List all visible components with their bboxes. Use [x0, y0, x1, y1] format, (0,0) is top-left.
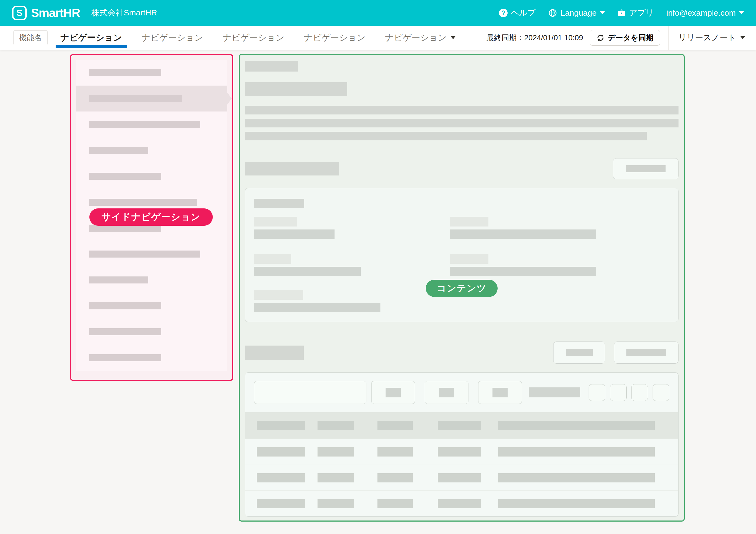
chevron-down-icon	[600, 11, 605, 14]
nav-tab-label: ナビゲーション	[223, 32, 284, 44]
header-actions: ? ヘルプ Language アプリ info@example.com	[499, 7, 744, 18]
field-skeleton	[254, 254, 450, 276]
sidebar-item-skeleton[interactable]	[76, 267, 227, 293]
table-filter-bar	[245, 373, 678, 412]
sidebar-item-label-skeleton	[89, 199, 197, 206]
sidebar-item-label-skeleton	[89, 69, 161, 76]
sidebar-item-skeleton[interactable]	[76, 86, 227, 112]
sync-button-label: データを同期	[608, 33, 654, 43]
help-link[interactable]: ? ヘルプ	[499, 7, 536, 18]
logo-letter: S	[16, 8, 23, 18]
table-section-header-row	[245, 341, 679, 364]
table-action-button[interactable]	[553, 341, 605, 364]
field-value-skeleton	[450, 267, 596, 276]
field-skeleton	[254, 290, 450, 312]
table-cell-skeleton	[377, 499, 413, 508]
nav-tab-3[interactable]: ナビゲーション	[218, 26, 289, 50]
sidebar-item-skeleton[interactable]	[76, 60, 227, 86]
nav-tab-2[interactable]: ナビゲーション	[137, 26, 208, 50]
table-cell-skeleton	[438, 499, 481, 508]
nav-tab-4[interactable]: ナビゲーション	[299, 26, 371, 50]
logo-text: SmartHR	[31, 6, 80, 20]
sidebar-item-skeleton[interactable]	[76, 163, 227, 189]
pagination-button[interactable]	[589, 384, 605, 401]
table-cell-skeleton	[498, 447, 655, 457]
pagination-button[interactable]	[653, 384, 669, 401]
release-notes-dropdown[interactable]: リリースノート	[668, 32, 745, 43]
smarthr-logo[interactable]: S SmartHR	[12, 6, 80, 20]
button-label-skeleton	[626, 165, 665, 172]
nav-tab-label: ナビゲーション	[142, 32, 203, 44]
help-icon: ?	[499, 9, 508, 17]
sidebar-item-skeleton[interactable]	[76, 319, 227, 345]
table-cell-skeleton	[498, 473, 655, 482]
select-value-skeleton	[439, 388, 454, 397]
apps-link[interactable]: アプリ	[617, 7, 654, 18]
table-row[interactable]	[245, 465, 678, 491]
apps-label: アプリ	[629, 7, 654, 18]
table-cell-skeleton	[377, 447, 413, 457]
sync-data-button[interactable]: データを同期	[590, 30, 661, 46]
content-region: コンテンツ	[239, 54, 685, 521]
language-dropdown[interactable]: Language	[548, 8, 605, 17]
sidebar-item-skeleton[interactable]	[76, 137, 227, 163]
pagination-button[interactable]	[610, 384, 627, 401]
table-cell-skeleton	[438, 473, 481, 482]
text-line-skeleton	[245, 119, 679, 127]
table-cell-skeleton	[257, 499, 305, 508]
page-title-skeleton	[245, 82, 347, 96]
field-label-skeleton	[450, 217, 488, 227]
table-header-row	[245, 412, 678, 439]
table-cell-skeleton	[438, 447, 481, 457]
sidebar-item-skeleton[interactable]	[76, 241, 227, 267]
nav-tab-label: ナビゲーション	[385, 32, 447, 44]
nav-tab-label: ナビゲーション	[304, 32, 366, 44]
search-input[interactable]	[254, 381, 366, 404]
field-value-skeleton	[254, 303, 380, 312]
sidebar-item-skeleton[interactable]	[76, 293, 227, 319]
sidebar-item-label-skeleton	[89, 354, 161, 361]
sidebar-item-skeleton[interactable]	[76, 345, 227, 371]
section-action-button[interactable]	[613, 158, 679, 179]
nav-tabs: ナビゲーション ナビゲーション ナビゲーション ナビゲーション ナビゲーション	[56, 26, 470, 50]
main-area: サイドナビゲーション	[0, 50, 756, 534]
breadcrumb-skeleton	[245, 61, 298, 71]
account-dropdown[interactable]: info@example.com	[666, 8, 744, 17]
filter-text-skeleton	[529, 387, 580, 397]
help-label: ヘルプ	[511, 7, 536, 18]
table-cell-skeleton	[257, 421, 305, 430]
sidebar-item-skeleton[interactable]	[76, 112, 227, 137]
filter-select[interactable]	[478, 381, 522, 404]
table-action-button[interactable]	[614, 341, 679, 364]
table-cell-skeleton	[257, 447, 305, 457]
select-value-skeleton	[386, 388, 401, 397]
table-row[interactable]	[245, 491, 678, 517]
table-cell-skeleton	[257, 473, 305, 482]
table-cell-skeleton	[317, 447, 354, 457]
sidebar-item-label-skeleton	[89, 328, 161, 335]
filter-select[interactable]	[425, 381, 469, 404]
filter-select[interactable]	[371, 381, 415, 404]
table-cell-skeleton	[498, 421, 655, 430]
pagination-controls	[589, 384, 669, 401]
table-row[interactable]	[245, 439, 678, 465]
language-label: Language	[560, 8, 596, 17]
nav-tab-5-dropdown[interactable]: ナビゲーション	[380, 26, 460, 50]
table-body	[245, 439, 678, 517]
nav-tab-1[interactable]: ナビゲーション	[56, 26, 127, 50]
table-card	[245, 372, 679, 517]
select-value-skeleton	[493, 388, 508, 397]
side-navigation-annotation-badge: サイドナビゲーション	[89, 208, 213, 226]
section-title-skeleton	[245, 346, 304, 360]
table-cell-skeleton	[438, 421, 481, 430]
text-line-skeleton	[245, 106, 679, 115]
chevron-down-icon	[739, 11, 744, 14]
summary-card	[245, 188, 679, 322]
release-notes-label: リリースノート	[678, 32, 736, 43]
globe-icon	[548, 8, 557, 17]
content-annotation-badge: コンテンツ	[426, 280, 498, 297]
sidebar-item-label-skeleton	[89, 251, 200, 257]
pagination-button[interactable]	[631, 384, 648, 401]
sidebar-item-label-skeleton	[89, 95, 182, 102]
field-label-skeleton	[254, 290, 303, 300]
